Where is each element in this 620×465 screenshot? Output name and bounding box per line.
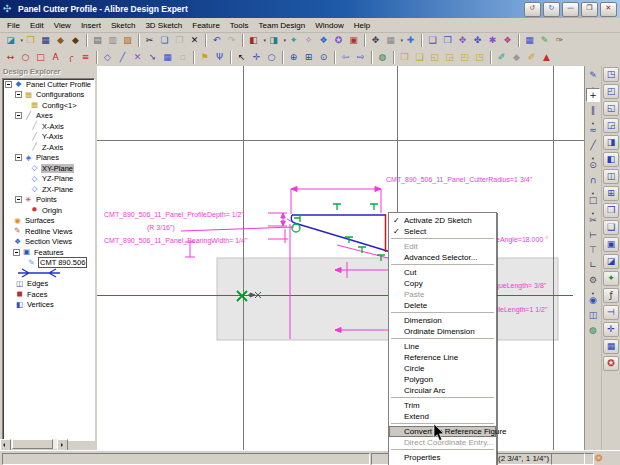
tree-expand-icon[interactable]: [5, 81, 12, 88]
tree-item[interactable]: ╱ X-Axis: [3, 121, 94, 132]
view-tool-button[interactable]: ✦: [603, 271, 619, 286]
sketch-tool-button[interactable]: ⚙: [586, 273, 600, 287]
context-menu-item[interactable]: Polygon: [389, 374, 496, 385]
toolbar-button[interactable]: ✥: [455, 33, 470, 48]
tree-item[interactable]: [3, 268, 94, 279]
toolbar-button[interactable]: ◆: [68, 33, 83, 48]
toolbar-button[interactable]: ✱: [485, 33, 500, 48]
toolbar-button[interactable]: ⇦: [338, 50, 353, 65]
toolbar-button[interactable]: ❒: [397, 50, 412, 65]
view-tool-button[interactable]: ◰: [603, 84, 619, 99]
toolbar-button[interactable]: ◰: [457, 50, 472, 65]
view-tool-button[interactable]: ◪: [603, 254, 619, 269]
sketch-tool-button[interactable]: ∩: [586, 173, 600, 187]
tree-expand-icon[interactable]: [15, 154, 22, 161]
tree-item[interactable]: ╱ Y-Axis: [3, 132, 94, 143]
sketch-tool-button[interactable]: ⊤: [586, 243, 600, 257]
context-menu-item[interactable]: Ordinate Dimension: [389, 326, 496, 337]
context-menu-item[interactable]: Activate 2D Sketch: [389, 215, 496, 226]
view-tool-button[interactable]: ◲: [603, 118, 619, 133]
tree-item[interactable]: ▣ Features: [3, 247, 94, 258]
toolbar-button[interactable]: ◆: [53, 33, 68, 48]
tree-item[interactable]: ◉ Surfaces: [3, 216, 94, 227]
menu-item[interactable]: 3D Sketch: [140, 20, 187, 31]
menu-item[interactable]: File: [2, 20, 25, 31]
toolbar-button[interactable]: ╱: [115, 50, 130, 65]
view-tool-button[interactable]: ✛: [603, 322, 619, 337]
view-tool-button[interactable]: ◫: [603, 169, 619, 184]
toolbar-button[interactable]: Ψ: [212, 50, 227, 65]
toolbar-button[interactable]: ✐: [524, 50, 539, 65]
view-tool-button[interactable]: ✪: [603, 356, 619, 371]
tree-expand-icon[interactable]: [15, 91, 22, 98]
tree-item[interactable]: ✎ Redline Views: [3, 226, 94, 237]
context-menu-item[interactable]: Advanced Selector...: [389, 252, 496, 263]
context-menu-item[interactable]: Paste: [389, 289, 496, 300]
toolbar-button[interactable]: ❖: [316, 33, 331, 48]
toolbar-button[interactable]: ◇: [100, 50, 115, 65]
toolbar-button[interactable]: ○: [264, 50, 279, 65]
context-menu-item[interactable]: Edit: [389, 241, 496, 252]
window-control-button[interactable]: ❐: [581, 2, 598, 17]
sketch-tool-button[interactable]: ⊢: [586, 228, 600, 242]
tree-item[interactable]: ◈ Planes: [3, 153, 94, 164]
toolbar-button[interactable]: ≡: [78, 50, 93, 65]
explorer-horizontal-scrollbar[interactable]: [0, 439, 68, 449]
design-explorer-tree[interactable]: ◆ Panel Cutter Profile ▦ Configurations …: [2, 78, 95, 441]
toolbar-button[interactable]: ❖: [500, 33, 515, 48]
view-tool-button[interactable]: ◳: [603, 67, 619, 82]
toolbar-button[interactable]: ↶: [209, 33, 224, 48]
sketch-tool-button[interactable]: +: [586, 88, 600, 102]
toolbar-button[interactable]: ▥: [105, 33, 120, 48]
view-tool-button[interactable]: ❑: [603, 220, 619, 235]
tree-item[interactable]: ◼ Faces: [3, 289, 94, 300]
tree-item[interactable]: ◆ Panel Cutter Profile: [3, 79, 94, 90]
toolbar-button[interactable]: ▦: [38, 33, 53, 48]
menu-item[interactable]: View: [49, 20, 76, 31]
toolbar-button[interactable]: ⇨: [353, 50, 368, 65]
toolbar-button[interactable]: ⚑: [197, 50, 212, 65]
toolbar-button[interactable]: ✥: [368, 33, 383, 48]
context-menu-item[interactable]: Properties: [389, 452, 496, 463]
view-tool-button[interactable]: ◧: [603, 152, 619, 167]
tree-item[interactable]: ╱ Axes: [3, 111, 94, 122]
menu-item[interactable]: Edit: [25, 20, 49, 31]
toolbar-button[interactable]: ◳: [472, 50, 487, 65]
toolbar-button[interactable]: ✚: [403, 33, 418, 48]
view-tool-button[interactable]: ▣: [603, 237, 619, 252]
toolbar-button[interactable]: ◪: [3, 33, 18, 48]
tree-item[interactable]: ▦ Configurations: [3, 90, 94, 101]
tree-item[interactable]: ✳ Points: [3, 195, 94, 206]
toolbar-button[interactable]: ✂: [142, 33, 157, 48]
toolbar-button[interactable]: ◨: [266, 33, 281, 48]
toolbar-button[interactable]: ✧: [301, 33, 316, 48]
sketch-tool-button[interactable]: ◉: [586, 293, 600, 307]
menu-item[interactable]: Sketch: [106, 20, 140, 31]
toolbar-button[interactable]: ✐: [494, 50, 509, 65]
sketch-tool-button[interactable]: □: [586, 193, 600, 207]
toolbar-button[interactable]: ❑: [425, 33, 440, 48]
toolbar-button[interactable]: ▦: [160, 50, 175, 65]
title-bar[interactable]: ✣ Panel Cutter Profile - Alibre Design E…: [0, 0, 620, 18]
toolbar-button[interactable]: ⊕: [286, 50, 301, 65]
sketch-tool-button[interactable]: ⊙: [586, 158, 600, 172]
context-menu-item[interactable]: Extend: [389, 411, 496, 422]
toolbar-button[interactable]: ❏: [157, 33, 172, 48]
tree-item[interactable]: ❖ Section Views: [3, 237, 94, 248]
toolbar-button[interactable]: □: [33, 50, 48, 65]
tree-item[interactable]: ◇ ZX-Plane: [3, 184, 94, 195]
tree-item[interactable]: ╱ Z-Axis: [3, 142, 94, 153]
window-control-button[interactable]: ✕: [600, 2, 617, 17]
menu-item[interactable]: Insert: [76, 20, 106, 31]
toolbar-button[interactable]: ❑: [412, 50, 427, 65]
context-menu-item[interactable]: Circle: [389, 363, 496, 374]
menu-item[interactable]: Help: [349, 20, 375, 31]
toolbar-button[interactable]: ✪: [331, 33, 346, 48]
window-control-button[interactable]: ↻: [543, 2, 560, 17]
toolbar-button[interactable]: ↷: [224, 33, 239, 48]
tree-item[interactable]: ✹ Origin: [3, 205, 94, 216]
toolbar-button[interactable]: ▣: [346, 33, 361, 48]
context-menu-item[interactable]: Dimension: [389, 315, 496, 326]
window-control-button[interactable]: —: [562, 2, 579, 17]
tree-expand-icon[interactable]: [15, 112, 22, 119]
